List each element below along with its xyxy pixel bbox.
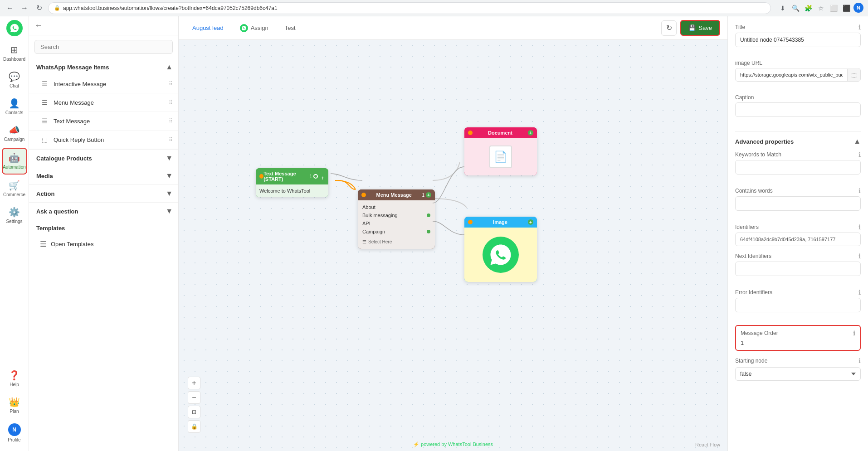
- refresh-button[interactable]: ↻: [661, 20, 677, 36]
- add-connector[interactable]: +: [320, 174, 325, 179]
- download-icon[interactable]: ⬇: [777, 3, 788, 14]
- contains-words-info-icon[interactable]: ℹ: [858, 187, 861, 194]
- starting-node-select[interactable]: false true: [735, 367, 861, 381]
- sidebar-item-dashboard[interactable]: ⊞ Dashboard: [2, 41, 27, 66]
- interactive-message-item[interactable]: ☰ Interactive Message ⠿: [29, 75, 178, 93]
- flow-canvas[interactable]: Text Message (START) 1 + Welcome to What…: [179, 40, 727, 451]
- tab-icon[interactable]: ⬜: [828, 3, 839, 14]
- media-section-header[interactable]: Media ▼: [29, 167, 178, 184]
- menu-left-connector[interactable]: [361, 193, 366, 197]
- interactive-label: Interactive Message: [54, 81, 106, 87]
- message-order-label: Message Order: [741, 330, 778, 336]
- action-section-header[interactable]: Action ▼: [29, 184, 178, 202]
- interactive-icon: ☰: [40, 79, 49, 88]
- caption-input[interactable]: [735, 102, 861, 117]
- identifiers-value: 64df4108a2dc9b7d045d239a, 7161597177: [735, 233, 861, 246]
- zoom-in-button[interactable]: +: [188, 377, 200, 389]
- doc-add-connector[interactable]: +: [528, 130, 533, 136]
- doc-left-connector[interactable]: [468, 131, 473, 135]
- sidebar-item-contacts[interactable]: 👤 Contacts: [2, 94, 27, 119]
- lock-button[interactable]: 🔒: [188, 420, 200, 433]
- sidebar-item-chat[interactable]: 💬 Chat: [2, 68, 27, 92]
- quick-reply-drag-handle[interactable]: ⠿: [169, 136, 173, 143]
- sidebar-item-settings[interactable]: ⚙️ Settings: [2, 203, 27, 228]
- back-button[interactable]: ←: [5, 3, 15, 14]
- identifiers-info-icon[interactable]: ℹ: [858, 223, 861, 231]
- canvas-area: August lead Assign Test ↻ 💾 Save: [179, 16, 727, 451]
- app-logo[interactable]: [6, 20, 23, 36]
- interactive-drag-handle[interactable]: ⠿: [169, 81, 173, 87]
- sidebar-item-plan[interactable]: 👑 Plan: [2, 393, 27, 418]
- extensions-icon[interactable]: 🧩: [803, 3, 814, 14]
- image-url-input[interactable]: [736, 68, 847, 81]
- right-connector[interactable]: [313, 174, 318, 179]
- save-button[interactable]: 💾 Save: [680, 20, 720, 36]
- sidebar-item-commerce[interactable]: 🛒 Commerce: [2, 176, 27, 201]
- search-input[interactable]: [34, 40, 173, 54]
- reload-button[interactable]: ↻: [34, 3, 44, 14]
- menu-message-drag-handle[interactable]: ⠿: [169, 99, 173, 106]
- ask-toggle: ▼: [166, 207, 173, 215]
- menu-message-item[interactable]: ☰ Menu Message ⠿: [29, 93, 178, 112]
- sidebar-item-campaign[interactable]: 📣 Campaign: [2, 121, 27, 146]
- keywords-input[interactable]: [735, 160, 861, 175]
- title-input[interactable]: [735, 33, 861, 47]
- menu-select-here[interactable]: ☰ Select Here: [361, 238, 432, 246]
- search-icon[interactable]: 🔍: [790, 3, 801, 14]
- ask-section-header[interactable]: Ask a question ▼: [29, 202, 178, 220]
- fit-view-button[interactable]: ⊡: [188, 406, 200, 418]
- zoom-out-button[interactable]: −: [188, 391, 200, 404]
- next-identifiers-input[interactable]: [735, 262, 861, 276]
- properties-panel: Title ℹ image URL ⬚ Caption Advan: [727, 16, 868, 451]
- img-add-connector[interactable]: +: [528, 219, 533, 225]
- advanced-header[interactable]: Advanced properties ▲: [735, 137, 861, 145]
- text-message-item[interactable]: ☰ Text Message ⠿: [29, 112, 178, 131]
- title-info-icon[interactable]: ℹ: [858, 24, 861, 31]
- templates-section: Templates ☰ Open Templates: [29, 220, 178, 257]
- campaign-connector[interactable]: [427, 230, 430, 233]
- error-identifiers-input[interactable]: [735, 298, 861, 312]
- message-order-info-icon[interactable]: ℹ: [853, 330, 855, 337]
- contacts-icon: 👤: [9, 98, 20, 109]
- sidebar-icon[interactable]: ⬛: [841, 3, 852, 14]
- tab-test[interactable]: Test: [278, 22, 302, 34]
- left-connector[interactable]: [259, 174, 263, 179]
- next-identifiers-info-icon[interactable]: ℹ: [858, 252, 861, 260]
- browser-profile[interactable]: N: [853, 3, 863, 13]
- forward-button[interactable]: →: [19, 3, 30, 14]
- image-node[interactable]: Image +: [464, 217, 537, 282]
- plan-icon: 👑: [9, 397, 20, 407]
- tab-august-lead[interactable]: August lead: [186, 22, 230, 34]
- document-node[interactable]: Document + 📄: [464, 127, 537, 175]
- open-templates-label: Open Templates: [51, 241, 93, 247]
- whatsapp-section-header[interactable]: WhatsApp Message Items ▲: [29, 58, 178, 75]
- bulk-connector[interactable]: [427, 213, 430, 217]
- zoom-controls: + − ⊡ 🔒: [188, 377, 200, 433]
- catalogue-section-header[interactable]: Catalogue Products ▼: [29, 149, 178, 167]
- starting-node-info-icon[interactable]: ℹ: [858, 357, 861, 364]
- menu-option-bulk: Bulk messaging: [361, 211, 432, 219]
- keywords-info-icon[interactable]: ℹ: [858, 151, 861, 158]
- text-message-drag-handle[interactable]: ⠿: [169, 118, 173, 124]
- img-left-connector[interactable]: [468, 220, 473, 224]
- contains-words-label: Contains words: [735, 188, 773, 194]
- conn-text-menu: [328, 162, 365, 189]
- sidebar-item-profile[interactable]: N Profile: [2, 420, 27, 446]
- keywords-label: Keywords to Match: [735, 151, 781, 158]
- tab-assign[interactable]: Assign: [234, 21, 275, 35]
- conn-menu-img: [430, 219, 467, 233]
- image-url-icon-btn[interactable]: ⬚: [847, 69, 860, 81]
- sidebar-item-automation[interactable]: 🤖 Automation: [2, 148, 27, 175]
- menu-message-node[interactable]: Menu Message 1 + About Bulk messaging: [358, 189, 435, 249]
- message-order-value: 1: [741, 339, 855, 346]
- text-start-content: Welcome to WhatsTool: [259, 188, 310, 194]
- sidebar-item-help[interactable]: ❓ Help: [2, 366, 27, 391]
- text-start-node[interactable]: Text Message (START) 1 + Welcome to What…: [256, 168, 328, 197]
- quick-reply-item[interactable]: ⬚ Quick Reply Button ⠿: [29, 131, 178, 149]
- open-templates-item[interactable]: ☰ Open Templates: [36, 235, 173, 253]
- back-button[interactable]: ←: [34, 21, 43, 30]
- error-identifiers-info-icon[interactable]: ℹ: [858, 289, 861, 296]
- contains-words-input[interactable]: [735, 196, 861, 211]
- text-message-label: Text Message: [54, 118, 90, 125]
- bookmark-icon[interactable]: ☆: [815, 3, 826, 14]
